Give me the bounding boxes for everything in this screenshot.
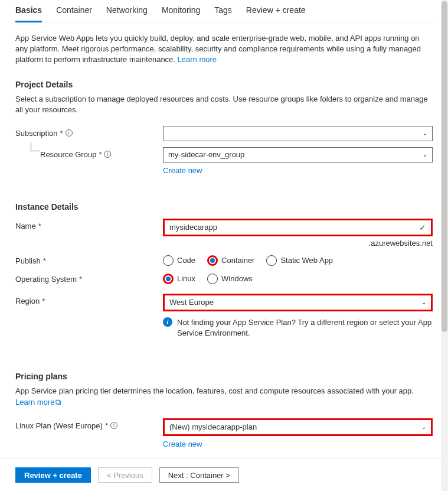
- subscription-label: Subscription * i: [15, 126, 163, 138]
- create-new-plan-link[interactable]: Create new: [163, 440, 433, 448]
- tab-basics[interactable]: Basics: [15, 2, 42, 22]
- review-create-button[interactable]: Review + create: [15, 467, 91, 483]
- chevron-down-icon: ⌄: [423, 151, 427, 158]
- publish-static-radio[interactable]: Static Web App: [266, 255, 333, 266]
- info-badge-icon: i: [163, 317, 172, 327]
- resource-group-label: Resource Group * i: [15, 147, 163, 159]
- linux-plan-label: Linux Plan (West Europe) * i: [15, 418, 163, 430]
- region-info-text: Not finding your App Service Plan? Try a…: [177, 317, 433, 339]
- region-dropdown[interactable]: West Europe ⌄: [163, 294, 433, 311]
- wizard-tabs: Basics Container Networking Monitoring T…: [15, 0, 433, 22]
- info-icon[interactable]: i: [66, 129, 73, 136]
- next-button[interactable]: Next : Container >: [159, 467, 239, 483]
- domain-suffix: .azurewebsites.net: [163, 239, 433, 248]
- info-icon[interactable]: i: [104, 151, 111, 158]
- project-details-heading: Project Details: [15, 80, 433, 89]
- info-icon[interactable]: i: [110, 422, 117, 429]
- create-new-rg-link[interactable]: Create new: [163, 166, 433, 175]
- publish-label: Publish *: [15, 253, 163, 265]
- wizard-footer: Review + create < Previous Next : Contai…: [0, 459, 448, 491]
- chevron-down-icon: ⌄: [423, 130, 427, 136]
- pricing-heading: Pricing plans: [15, 372, 433, 381]
- pricing-desc: App Service plan pricing tier determines…: [15, 386, 433, 407]
- publish-code-radio[interactable]: Code: [163, 255, 195, 266]
- tab-review-create[interactable]: Review + create: [246, 2, 306, 22]
- tab-networking[interactable]: Networking: [106, 2, 148, 22]
- intro-text: App Service Web Apps lets you quickly bu…: [15, 33, 433, 66]
- intro-body: App Service Web Apps lets you quickly bu…: [15, 34, 421, 64]
- region-label: Region *: [15, 294, 163, 305]
- intro-learn-more-link[interactable]: Learn more: [178, 55, 217, 64]
- instance-details-heading: Instance Details: [15, 202, 433, 212]
- pricing-learn-more-link[interactable]: Learn more⧉: [15, 398, 61, 407]
- publish-container-radio[interactable]: Container: [207, 255, 254, 266]
- name-input[interactable]: mysidecarapp ✓: [163, 219, 433, 236]
- tab-tags[interactable]: Tags: [214, 2, 232, 22]
- vertical-scrollbar[interactable]: [441, 0, 448, 491]
- tab-monitoring[interactable]: Monitoring: [162, 2, 200, 22]
- project-details-desc: Select a subscription to manage deployed…: [15, 94, 433, 115]
- os-windows-radio[interactable]: Windows: [207, 274, 253, 284]
- subscription-dropdown[interactable]: ⌄: [163, 126, 433, 141]
- name-label: Name *: [15, 219, 163, 230]
- resource-group-dropdown[interactable]: my-sidecar-env_group ⌄: [163, 147, 433, 162]
- check-icon: ✓: [419, 223, 426, 232]
- os-linux-radio[interactable]: Linux: [163, 274, 195, 284]
- external-link-icon: ⧉: [55, 397, 61, 408]
- previous-button: < Previous: [98, 467, 152, 483]
- chevron-down-icon: ⌄: [421, 424, 426, 430]
- chevron-down-icon: ⌄: [421, 299, 426, 305]
- os-label: Operating System *: [15, 272, 163, 284]
- tab-container[interactable]: Container: [56, 2, 92, 22]
- linux-plan-dropdown[interactable]: (New) mysidecarapp-plan ⌄: [163, 418, 433, 436]
- scrollbar-thumb[interactable]: [442, 1, 447, 332]
